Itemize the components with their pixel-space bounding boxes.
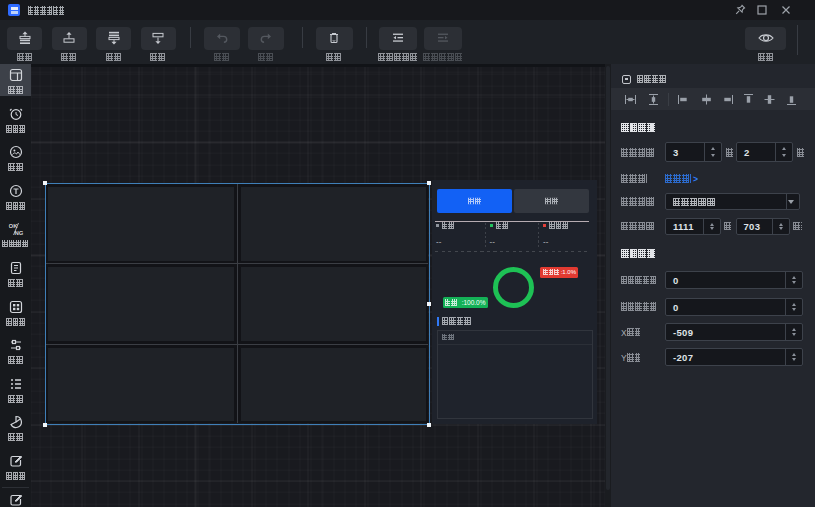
svg-text:NG: NG: [14, 230, 23, 236]
